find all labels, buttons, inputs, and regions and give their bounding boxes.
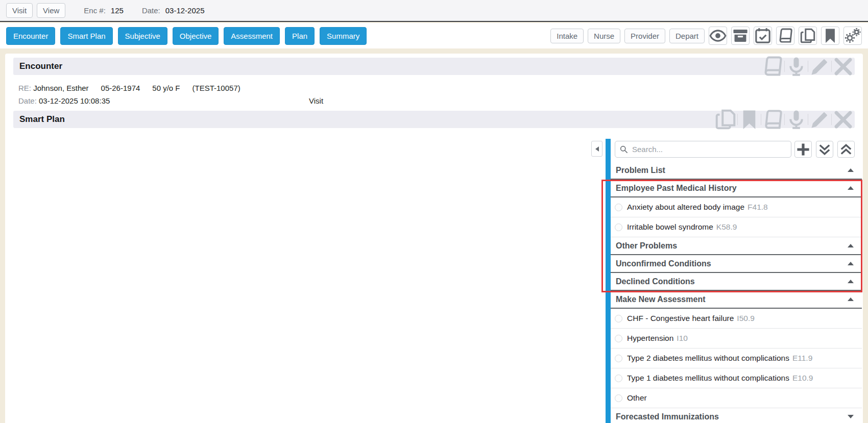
book-button[interactable] bbox=[776, 27, 794, 45]
list-item-type-2-diabetes-mellitus-without-complications[interactable]: Type 2 diabetes mellitus without complic… bbox=[611, 349, 862, 368]
close-icon bbox=[832, 55, 855, 78]
top-bar: Visit View Enc #: 125 Date: 03-12-2025 bbox=[0, 0, 868, 22]
tab-assessment[interactable]: Assessment bbox=[224, 27, 280, 45]
group-label: Declined Conditions bbox=[616, 277, 695, 286]
provider-button[interactable]: Provider bbox=[624, 29, 665, 43]
copy-button[interactable] bbox=[799, 27, 817, 45]
triangle-down-icon bbox=[848, 415, 854, 418]
intake-button[interactable]: Intake bbox=[550, 29, 584, 43]
list-item-other[interactable]: Other bbox=[611, 388, 862, 408]
book-action[interactable] bbox=[761, 114, 784, 125]
list-item-hypertension[interactable]: HypertensionI10 bbox=[611, 329, 862, 349]
panel-blue-stripe bbox=[606, 139, 611, 423]
gears-button[interactable] bbox=[843, 27, 862, 45]
item-radio[interactable] bbox=[615, 355, 622, 362]
view-button[interactable]: View bbox=[37, 3, 65, 18]
stage-buttons: IntakeNurseProviderDepart bbox=[550, 29, 705, 43]
tab-summary[interactable]: Summary bbox=[320, 27, 367, 45]
group-header-forecasted-immunizations[interactable]: Forecasted Immunizations bbox=[611, 408, 862, 423]
item-code: K58.9 bbox=[716, 222, 737, 232]
mic-action[interactable] bbox=[784, 114, 808, 125]
patient-line-2: Date: 03-12-2025 10:08:35 bbox=[18, 94, 855, 107]
patient-info: RE: Johnson, Esther 05-26-1974 50 y/o F … bbox=[18, 82, 855, 107]
pencil-icon bbox=[808, 55, 831, 78]
triangle-up-icon bbox=[848, 297, 854, 301]
book-icon bbox=[777, 27, 794, 44]
panel-collapse-button[interactable] bbox=[591, 141, 602, 157]
tab-encounter[interactable]: Encounter bbox=[6, 27, 55, 45]
bookmark-action[interactable] bbox=[737, 114, 761, 125]
mic-icon bbox=[785, 55, 808, 78]
item-text: CHF - Congestive heart failure bbox=[627, 314, 734, 323]
mic-action[interactable] bbox=[784, 61, 808, 72]
group-header-problem-list[interactable]: Problem List bbox=[611, 162, 862, 180]
item-radio[interactable] bbox=[615, 223, 622, 231]
tab-smart-plan[interactable]: Smart Plan bbox=[60, 27, 112, 45]
item-radio[interactable] bbox=[615, 375, 622, 382]
item-radio[interactable] bbox=[615, 315, 622, 322]
group-label: Employee Past Medical History bbox=[616, 184, 737, 193]
add-button[interactable] bbox=[794, 141, 812, 158]
item-radio[interactable] bbox=[615, 204, 622, 211]
group-label: Forecasted Immunizations bbox=[616, 412, 719, 421]
visit-button[interactable]: Visit bbox=[6, 3, 33, 18]
book-icon bbox=[761, 55, 784, 78]
pencil-action[interactable] bbox=[808, 114, 831, 125]
group-header-other-problems[interactable]: Other Problems bbox=[611, 237, 862, 255]
nav-icon-buttons bbox=[709, 27, 862, 45]
copy-action[interactable] bbox=[714, 114, 737, 125]
patient-birth-date: 05-26-1974 bbox=[101, 82, 140, 94]
item-code: I50.9 bbox=[737, 314, 754, 323]
chevrons-down-icon bbox=[816, 141, 833, 158]
bookmark-icon bbox=[738, 108, 761, 131]
tab-objective[interactable]: Objective bbox=[173, 27, 219, 45]
triangle-up-icon bbox=[848, 244, 854, 247]
close-action[interactable] bbox=[831, 61, 855, 72]
plus-icon bbox=[795, 141, 811, 158]
bookmark-button[interactable] bbox=[821, 27, 839, 45]
copy-icon bbox=[799, 27, 816, 44]
group-header-employee-past-medical-history[interactable]: Employee Past Medical History bbox=[611, 180, 862, 197]
search-input[interactable] bbox=[615, 141, 791, 158]
list-item-chf-congestive-heart-failure[interactable]: CHF - Congestive heart failureI50.9 bbox=[611, 309, 862, 329]
item-radio[interactable] bbox=[615, 394, 622, 402]
group-header-declined-conditions[interactable]: Declined Conditions bbox=[611, 273, 862, 291]
list-item-type-1-diabetes-mellitus-without-complications[interactable]: Type 1 diabetes mellitus without complic… bbox=[611, 368, 862, 388]
visit-type-text: Visit bbox=[309, 94, 323, 107]
book-icon bbox=[761, 108, 784, 131]
item-text: Type 2 diabetes mellitus without complic… bbox=[627, 354, 789, 363]
item-text: Anxiety about altered body image bbox=[627, 203, 744, 212]
encounter-date-label: Date: bbox=[18, 96, 37, 105]
item-text: Type 1 diabetes mellitus without complic… bbox=[627, 374, 789, 383]
nurse-button[interactable]: Nurse bbox=[588, 29, 620, 43]
list-item-anxiety-about-altered-body-image[interactable]: Anxiety about altered body imageF41.8 bbox=[611, 197, 862, 217]
group-header-unconfirmed-conditions[interactable]: Unconfirmed Conditions bbox=[611, 255, 862, 273]
group-header-make-new-assessment[interactable]: Make New Assessment bbox=[611, 291, 862, 309]
tab-plan[interactable]: Plan bbox=[285, 27, 315, 45]
list-item-irritable-bowel-syndrome[interactable]: Irritable bowel syndromeK58.9 bbox=[611, 217, 862, 237]
eye-button[interactable] bbox=[709, 27, 727, 45]
tab-subjective[interactable]: Subjective bbox=[118, 27, 167, 45]
encounter-bar-icons bbox=[761, 58, 855, 75]
enc-number-value: 125 bbox=[111, 6, 124, 15]
encounter-section-bar: Encounter bbox=[13, 58, 855, 75]
enc-number-label: Enc #: bbox=[84, 6, 106, 15]
close-action[interactable] bbox=[831, 114, 855, 125]
calendar-check-button[interactable] bbox=[754, 27, 772, 45]
group-label: Problem List bbox=[616, 166, 665, 175]
depart-button[interactable]: Depart bbox=[669, 29, 705, 43]
collapse-all-button[interactable] bbox=[837, 141, 855, 158]
archive-button[interactable] bbox=[731, 27, 750, 45]
nav-right-group: IntakeNurseProviderDepart bbox=[550, 27, 862, 45]
archive-icon bbox=[732, 27, 749, 44]
search-box bbox=[615, 141, 791, 158]
item-radio[interactable] bbox=[615, 335, 622, 342]
patient-name: Johnson, Esther bbox=[33, 84, 88, 92]
book-action[interactable] bbox=[761, 61, 784, 72]
triangle-up-icon bbox=[848, 168, 854, 172]
pencil-action[interactable] bbox=[808, 61, 831, 72]
expand-all-button[interactable] bbox=[816, 141, 833, 158]
item-text: Hypertension bbox=[627, 334, 673, 343]
patient-line-1: RE: Johnson, Esther 05-26-1974 50 y/o F … bbox=[18, 82, 855, 94]
item-code: I10 bbox=[677, 334, 688, 343]
